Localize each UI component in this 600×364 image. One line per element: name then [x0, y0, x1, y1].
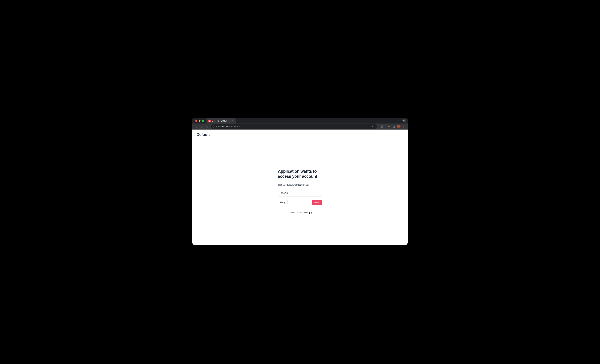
scope-item: openid — [281, 191, 319, 194]
consent-headline: Application wants to access your account — [278, 169, 322, 179]
toolbar-actions — [378, 124, 406, 129]
url-host: localhost:8000/consent — [216, 125, 240, 128]
url-host-text: localhost — [216, 125, 225, 128]
toolbar-divider — [385, 125, 385, 128]
browser-window: Consent · Default ✕ ＋ — [192, 118, 408, 245]
consent-card: Application wants to access your account… — [278, 137, 322, 214]
tab-close-icon[interactable]: ✕ — [231, 119, 234, 122]
nav-forward-button[interactable] — [200, 124, 204, 129]
window-minimize-button[interactable] — [199, 120, 201, 122]
side-panel-icon[interactable] — [392, 124, 396, 129]
svg-point-9 — [403, 126, 404, 127]
desktop-backdrop: Consent · Default ✕ ＋ — [186, 113, 414, 251]
svg-point-8 — [403, 126, 404, 126]
browser-tab[interactable]: Consent · Default ✕ — [206, 118, 236, 124]
svg-rect-0 — [209, 120, 209, 121]
bookmark-star-icon[interactable] — [372, 125, 375, 128]
page-viewport: Default Application wants to access your… — [192, 129, 408, 245]
avatar-icon — [397, 125, 401, 128]
nav-reload-button[interactable] — [205, 124, 210, 129]
tab-title: Consent · Default — [212, 120, 230, 122]
scope-list: openid — [278, 189, 322, 197]
media-control-icon[interactable] — [387, 124, 391, 129]
powered-by: Powered and secured by Fief — [278, 211, 322, 214]
window-close-button[interactable] — [195, 120, 197, 122]
browser-toolbar: localhost:8000/consent — [192, 124, 408, 129]
svg-rect-1 — [209, 120, 210, 121]
svg-point-10 — [403, 127, 404, 127]
deny-button[interactable]: Deny — [278, 200, 288, 205]
profile-avatar[interactable] — [396, 124, 401, 129]
window-controls — [194, 120, 206, 124]
svg-rect-7 — [394, 126, 395, 127]
svg-rect-2 — [209, 121, 210, 122]
tab-strip: Consent · Default ✕ ＋ — [192, 118, 408, 124]
nav-back-button[interactable] — [194, 124, 199, 129]
new-tab-button[interactable]: ＋ — [236, 119, 242, 124]
site-info-icon[interactable] — [213, 125, 215, 128]
address-bar[interactable]: localhost:8000/consent — [211, 124, 377, 129]
allow-button[interactable]: Allow — [312, 200, 322, 205]
powered-by-text: Powered and secured by — [287, 211, 308, 214]
tenant-name: Default — [192, 129, 408, 137]
extensions-icon[interactable] — [379, 124, 384, 129]
kebab-menu-icon[interactable] — [401, 124, 406, 129]
brand-logo: Fief — [309, 211, 313, 214]
tab-favicon-icon — [208, 120, 211, 122]
consent-actions: Deny Allow — [278, 200, 322, 205]
url-path-text: :8000/consent — [225, 125, 240, 128]
consent-subtext: This will allow Application to: — [278, 183, 322, 186]
window-zoom-button[interactable] — [202, 120, 204, 122]
tabs-overflow-button[interactable] — [402, 119, 406, 123]
